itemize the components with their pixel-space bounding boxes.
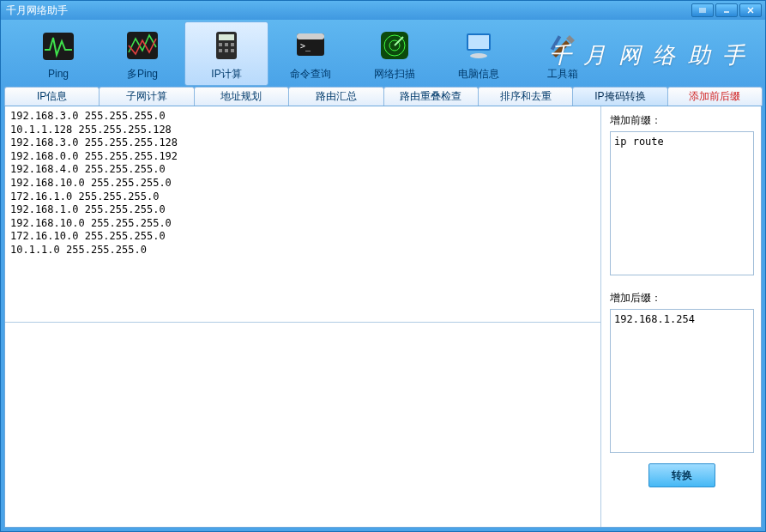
svg-rect-0 bbox=[43, 33, 74, 60]
tab-prefsuf[interactable]: 添加前后缀 bbox=[667, 87, 763, 106]
cmdq-icon: >_ bbox=[290, 26, 331, 65]
mping-icon bbox=[122, 26, 163, 65]
tool-mping-label: 多Ping bbox=[127, 67, 158, 82]
window-title: 千月网络助手 bbox=[6, 3, 68, 18]
tab-subnet[interactable]: 子网计算 bbox=[99, 87, 194, 106]
tab-ipinfo[interactable]: IP信息 bbox=[4, 87, 100, 106]
tool-pcinfo[interactable]: 电脑信息 bbox=[437, 22, 521, 85]
svg-rect-6 bbox=[231, 43, 234, 46]
tool-ping-label: Ping bbox=[48, 68, 69, 80]
tool-ipcalc-label: IP计算 bbox=[211, 67, 241, 82]
tool-cmdq-label: 命令查询 bbox=[290, 67, 331, 82]
left-pane: 192.168.3.0 255.255.255.0 10.1.1.128 255… bbox=[5, 106, 601, 527]
input-textarea-upper[interactable]: 192.168.3.0 255.255.255.0 10.1.1.128 255… bbox=[5, 106, 600, 323]
netscan-icon bbox=[374, 26, 415, 65]
tool-mping[interactable]: 多Ping bbox=[100, 22, 184, 85]
close-icon bbox=[746, 6, 755, 15]
tab-maskconv[interactable]: IP掩码转换 bbox=[572, 87, 667, 106]
svg-rect-11 bbox=[297, 33, 324, 39]
tool-netscan-label: 网络扫描 bbox=[374, 67, 415, 82]
ping-icon bbox=[38, 27, 79, 66]
prefix-input[interactable] bbox=[610, 131, 754, 275]
brand-text: 千 月 网 络 助 手 bbox=[549, 40, 749, 70]
tab-overlap[interactable]: 路由重叠检查 bbox=[383, 87, 479, 106]
convert-button[interactable]: 转换 bbox=[648, 463, 715, 487]
minimize-icon bbox=[722, 6, 731, 15]
menu-icon bbox=[698, 6, 707, 15]
tool-cmdq[interactable]: >_ 命令查询 bbox=[268, 22, 353, 85]
menu-button[interactable] bbox=[691, 3, 714, 17]
svg-rect-8 bbox=[225, 49, 228, 52]
workspace: 192.168.3.0 255.255.255.0 10.1.1.128 255… bbox=[4, 106, 762, 528]
close-button[interactable] bbox=[739, 3, 762, 17]
svg-rect-7 bbox=[219, 49, 222, 52]
minimize-button[interactable] bbox=[715, 3, 738, 17]
tool-netscan[interactable]: 网络扫描 bbox=[353, 22, 437, 85]
app-window: 千月网络助手 Ping 多Ping bbox=[0, 0, 766, 532]
window-controls bbox=[691, 3, 762, 17]
svg-rect-5 bbox=[225, 43, 228, 46]
right-pane: 增加前缀： 增加后缀： 转换 bbox=[601, 106, 761, 527]
suffix-label: 增加后缀： bbox=[610, 291, 754, 305]
svg-rect-9 bbox=[231, 49, 234, 52]
tab-routesum[interactable]: 路由汇总 bbox=[288, 87, 383, 106]
svg-rect-18 bbox=[468, 35, 489, 49]
tool-ipcalc[interactable]: IP计算 bbox=[184, 21, 268, 86]
main-toolbar: Ping 多Ping IP计算 >_ 命令查询 网络扫描 bbox=[1, 20, 765, 87]
ipcalc-icon bbox=[206, 26, 247, 65]
pcinfo-icon bbox=[458, 26, 499, 65]
tool-pcinfo-label: 电脑信息 bbox=[458, 67, 499, 82]
tool-ping[interactable]: Ping bbox=[16, 23, 100, 83]
tab-addrplan[interactable]: 地址规划 bbox=[194, 87, 289, 106]
titlebar: 千月网络助手 bbox=[1, 1, 765, 20]
suffix-input[interactable] bbox=[610, 309, 754, 453]
svg-text:>_: >_ bbox=[300, 41, 311, 51]
prefix-label: 增加前缀： bbox=[610, 113, 754, 128]
tab-sortdedup[interactable]: 排序和去重 bbox=[478, 87, 573, 106]
sub-tabs: IP信息 子网计算 地址规划 路由汇总 路由重叠检查 排序和去重 IP掩码转换 … bbox=[1, 87, 765, 106]
svg-point-19 bbox=[470, 53, 487, 58]
svg-rect-4 bbox=[219, 43, 222, 46]
svg-rect-3 bbox=[219, 34, 234, 40]
output-textarea-lower[interactable] bbox=[5, 323, 600, 527]
